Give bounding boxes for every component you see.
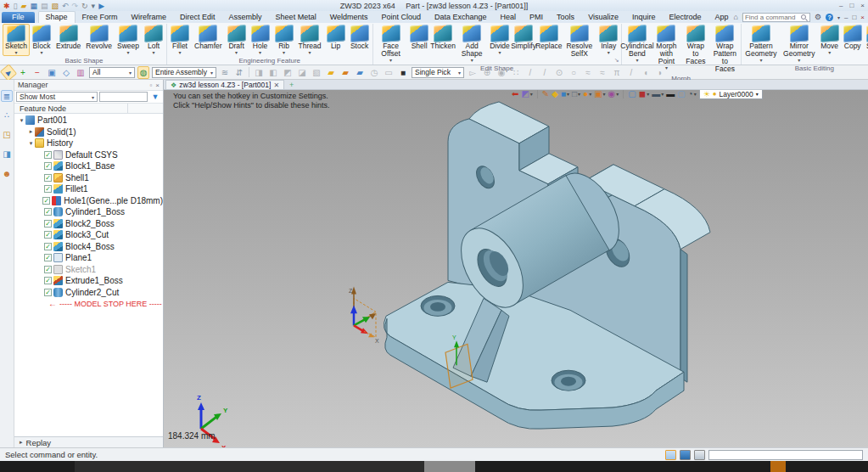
constraint-icon-1[interactable]: ◨ [253,67,265,78]
ribbon-button-sweep[interactable]: Sweep▾ [115,24,142,56]
tree-checkbox[interactable]: ✓ [44,174,52,182]
settings-gear-icon[interactable]: ⚙ [815,13,821,21]
chevron-down-icon[interactable]: ▾ [616,89,619,99]
chevron-down-icon[interactable]: ▾ [665,65,668,70]
tree-item-block1-base[interactable]: ✓Block1_Base [14,160,163,172]
ribbon-button-block[interactable]: Block▾ [30,24,53,56]
ribbon-button-shell[interactable]: Shell [408,24,431,51]
ribbon-button-wrap-pattern-to-faces[interactable]: Wrap Pattern to Faces [710,24,739,74]
folder-yellow-icon[interactable]: ▰ [325,67,337,78]
window-icon[interactable]: ▢ [677,89,685,99]
status-monitor-icon[interactable] [694,450,705,460]
image-capture-icon[interactable]: ▣ [46,67,58,78]
chevron-down-icon[interactable]: ▾ [608,50,610,55]
ribbon-button-pattern-geometry[interactable]: Pattern Geometry▾ [742,24,781,64]
app-logo-icon[interactable]: ✱ [3,2,10,10]
swap-icon[interactable]: ⇵ [233,67,245,78]
ribbon-button-chamfer[interactable]: Chamfer [192,24,225,51]
tree-checkbox[interactable]: ✓ [44,266,52,273]
chevron-down-icon[interactable]: ▾ [471,58,473,63]
pick-arrow-icon[interactable]: ► [0,64,17,81]
tree-expander-icon[interactable]: ▸ [27,128,35,135]
chevron-down-icon[interactable]: ▾ [127,50,130,55]
ribbon-tab-data-exchange[interactable]: Data Exchange [428,12,494,23]
tree-item-block2-boss[interactable]: ✓Block2_Boss [14,218,163,230]
help-icon[interactable]: ? [826,14,833,21]
ribbon-button-face-offset[interactable]: Face Offset▾ [374,24,408,64]
minimize-icon[interactable]: – [839,2,843,9]
tab-close-icon[interactable]: ✕ [273,81,279,89]
chevron-down-icon[interactable]: ▾ [153,50,155,55]
filter-select[interactable]: All▾ [89,67,135,78]
tree-checkbox[interactable]: ✓ [44,151,52,159]
tree-item-solid-1-[interactable]: ▸Solid(1) [14,126,163,138]
ribbon-button-lip[interactable]: Lip [324,24,348,51]
ribbon-button-copy[interactable]: Copy [841,24,864,51]
ribbon-tab-visualize[interactable]: Visualize [581,12,625,23]
ribbon-button-morph-with-point[interactable]: Morph with Point▾ [652,24,680,71]
layer-visibility-icon[interactable]: ☀ [703,90,710,98]
ribbon-button-sketch[interactable]: Sketch▾ [3,24,30,56]
manager-search-input[interactable] [99,92,148,102]
restore-icon[interactable]: □ [849,2,854,9]
manager-float-icon[interactable]: ▫ [149,81,152,89]
folder-orange-icon[interactable]: ▰ [339,67,351,78]
record-icon[interactable]: ◼▾ [639,89,649,99]
render-mode-icon[interactable]: ●▾ [583,89,591,99]
open-file-icon[interactable]: ▰ [21,2,27,10]
tree-checkbox[interactable]: ✓ [42,197,50,205]
view-manager-icon[interactable]: ◨ [1,149,13,160]
tree-expander-icon[interactable]: ▾ [18,117,25,124]
ribbon-minimize-icon[interactable]: – [844,14,848,21]
tree-checkbox[interactable]: ✓ [44,254,52,261]
chevron-down-icon[interactable]: ▾ [589,89,591,99]
chevron-down-icon[interactable]: ▾ [756,91,759,97]
tree-item-extrude1-boss[interactable]: ✓Extrude1_Boss [14,275,163,287]
ribbon-button-divide[interactable]: Divide▾ [489,24,512,56]
tree-item-cylinder2-cut[interactable]: ✓Cylinder2_Cut [14,287,163,299]
ribbon-tab-shape[interactable]: Shape [38,11,76,23]
ribbon-restore-icon[interactable]: □ [852,14,856,21]
remove-icon[interactable]: − [31,67,43,78]
viewport[interactable]: ❖ zw3d lesson 4.Z3 - [Part001] ✕ + You c… [164,80,868,447]
ribbon-button-simplify[interactable]: Simplify [512,24,536,51]
scope-globe-icon[interactable]: ◍ [137,66,149,79]
constraint-icon-2[interactable]: ◧ [267,67,279,78]
tree-checkbox[interactable]: ✓ [44,220,52,228]
ribbon-button-inlay[interactable]: Inlay▾ [597,24,620,56]
constraint-icon-3[interactable]: ◩ [282,67,294,78]
eye-icon[interactable]: ◔▾ [688,89,697,99]
list-icon[interactable]: ≋ [219,67,231,78]
redo-icon[interactable]: ↷ [72,2,79,10]
tree-checkbox[interactable]: ✓ [44,277,52,284]
chart-icon[interactable]: ▥ [75,67,87,78]
wireframe-display-icon[interactable]: □▾ [572,89,580,99]
undo-icon[interactable]: ↶ [62,2,69,10]
3d-model-canvas[interactable]: Z X Y Z Y X [164,80,868,447]
session-icon[interactable]: ▧ [51,2,59,10]
manager-tree-icon[interactable]: ≣ [1,90,13,102]
ribbon-tab-assembly[interactable]: Assembly [222,12,269,23]
status-manager-toggle-icon[interactable] [665,450,676,460]
ribbon-button-stock[interactable]: Stock [348,24,372,51]
save-icon[interactable]: ▦ [30,2,37,10]
tree-item-history[interactable]: ▾History [14,138,163,149]
ribbon-button-extrude[interactable]: Extrude [53,24,83,51]
chevron-down-icon[interactable]: ▾ [828,50,831,55]
ribbon-button-loft[interactable]: Loft▾ [142,24,165,56]
zoom-window-icon[interactable]: ▢ [628,89,636,99]
ribbon-tab-point-cloud[interactable]: Point Cloud [375,12,428,23]
qat-dropdown-icon[interactable]: ▾ [92,2,96,10]
shaded-display-icon[interactable]: ■▾ [561,89,569,99]
model-stop-marker[interactable]: ←----- MODEL STOP HERE ----- [14,298,163,310]
chevron-down-icon[interactable]: ▾ [661,89,664,99]
tree-item-part001[interactable]: ▾Part001 [14,115,163,126]
chevron-down-icon[interactable]: ▾ [603,89,606,99]
ribbon-button-mirror-geometry[interactable]: Mirror Geometry▾ [780,24,818,64]
find-command-box[interactable] [742,13,810,22]
ribbon-button-scale[interactable]: Scale [864,24,868,51]
play-icon[interactable]: ▶ [98,2,104,10]
replay-bar[interactable]: ▸ Replay [14,436,163,447]
tree-checkbox[interactable]: ✓ [44,231,52,239]
status-display-icon[interactable] [680,450,691,460]
